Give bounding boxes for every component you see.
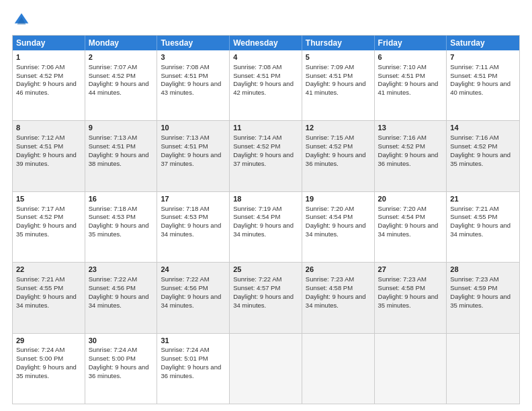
daylight-text: Daylight: 9 hours and 42 minutes.: [233, 80, 294, 96]
sunset-text: Sunset: 4:56 PM: [89, 284, 136, 291]
daylight-text: Daylight: 9 hours and 37 minutes.: [233, 151, 294, 167]
daylight-text: Daylight: 9 hours and 34 minutes.: [161, 293, 221, 309]
sunset-text: Sunset: 4:51 PM: [89, 142, 136, 150]
sunset-text: Sunset: 4:55 PM: [450, 213, 497, 220]
sunrise-text: Sunrise: 7:11 AM: [450, 63, 498, 71]
daylight-text: Daylight: 9 hours and 34 minutes.: [161, 222, 221, 238]
calendar-cell: 6Sunrise: 7:10 AMSunset: 4:51 PMDaylight…: [375, 50, 447, 120]
day-number: 12: [306, 123, 371, 133]
daylight-text: Daylight: 9 hours and 41 minutes.: [378, 80, 439, 96]
daylight-text: Daylight: 9 hours and 46 minutes.: [16, 80, 77, 96]
day-number: 6: [378, 52, 443, 62]
sunset-text: Sunset: 4:51 PM: [378, 72, 425, 79]
calendar-header: SundayMondayTuesdayWednesdayThursdayFrid…: [13, 36, 519, 50]
sunrise-text: Sunrise: 7:16 AM: [378, 134, 427, 141]
calendar-header-cell: Friday: [375, 36, 447, 50]
daylight-text: Daylight: 9 hours and 35 minutes.: [16, 222, 77, 238]
calendar-cell: 30Sunrise: 7:24 AMSunset: 5:00 PMDayligh…: [85, 334, 158, 404]
calendar-row: 29Sunrise: 7:24 AMSunset: 5:00 PMDayligh…: [13, 333, 519, 404]
calendar-cell: 24Sunrise: 7:22 AMSunset: 4:56 PMDayligh…: [157, 263, 230, 332]
sunrise-text: Sunrise: 7:24 AM: [89, 346, 137, 353]
calendar-header-cell: Saturday: [447, 36, 519, 50]
calendar-header-cell: Wednesday: [230, 36, 302, 50]
sunset-text: Sunset: 4:52 PM: [16, 213, 63, 220]
daylight-text: Daylight: 9 hours and 34 minutes.: [16, 293, 77, 309]
sunset-text: Sunset: 5:01 PM: [161, 355, 208, 362]
day-number: 28: [450, 265, 516, 275]
sunrise-text: Sunrise: 7:20 AM: [378, 205, 427, 212]
sunset-text: Sunset: 4:52 PM: [306, 142, 353, 150]
sunset-text: Sunset: 4:54 PM: [378, 213, 425, 220]
calendar-cell: 17Sunrise: 7:18 AMSunset: 4:53 PMDayligh…: [157, 192, 230, 262]
sunset-text: Sunset: 4:52 PM: [450, 142, 497, 150]
header: [12, 11, 520, 30]
day-number: 30: [89, 336, 154, 346]
sunset-text: Sunset: 4:52 PM: [378, 142, 425, 150]
calendar-cell: 23Sunrise: 7:22 AMSunset: 4:56 PMDayligh…: [85, 263, 158, 332]
day-number: 19: [306, 194, 371, 204]
sunrise-text: Sunrise: 7:08 AM: [233, 63, 281, 71]
sunset-text: Sunset: 4:51 PM: [161, 72, 208, 79]
sunrise-text: Sunrise: 7:20 AM: [306, 205, 354, 212]
calendar-cell: 31Sunrise: 7:24 AMSunset: 5:01 PMDayligh…: [157, 334, 230, 404]
logo-icon: [12, 11, 31, 30]
day-number: 4: [233, 52, 298, 62]
sunset-text: Sunset: 4:51 PM: [306, 72, 353, 79]
day-number: 27: [378, 265, 443, 275]
calendar-cell: 13Sunrise: 7:16 AMSunset: 4:52 PMDayligh…: [375, 121, 447, 191]
sunrise-text: Sunrise: 7:09 AM: [306, 63, 354, 71]
daylight-text: Daylight: 9 hours and 35 minutes.: [89, 222, 149, 238]
day-number: 22: [16, 265, 81, 275]
sunset-text: Sunset: 5:00 PM: [89, 355, 136, 362]
sunset-text: Sunset: 4:51 PM: [16, 142, 63, 150]
sunset-text: Sunset: 4:55 PM: [16, 284, 63, 291]
daylight-text: Daylight: 9 hours and 34 minutes.: [378, 222, 439, 238]
day-number: 8: [16, 123, 81, 133]
sunset-text: Sunset: 4:52 PM: [233, 142, 280, 150]
sunrise-text: Sunrise: 7:22 AM: [233, 275, 281, 283]
day-number: 26: [306, 265, 371, 275]
sunset-text: Sunset: 4:57 PM: [233, 284, 280, 291]
sunrise-text: Sunrise: 7:06 AM: [16, 63, 64, 71]
sunrise-text: Sunrise: 7:15 AM: [306, 134, 354, 141]
sunrise-text: Sunrise: 7:07 AM: [89, 63, 137, 71]
calendar-cell: 1Sunrise: 7:06 AMSunset: 4:52 PMDaylight…: [13, 50, 85, 120]
sunrise-text: Sunrise: 7:23 AM: [306, 275, 354, 283]
calendar-cell: 20Sunrise: 7:20 AMSunset: 4:54 PMDayligh…: [375, 192, 447, 262]
sunset-text: Sunset: 4:52 PM: [89, 72, 136, 79]
daylight-text: Daylight: 9 hours and 34 minutes.: [233, 222, 294, 238]
calendar-cell: 8Sunrise: 7:12 AMSunset: 4:51 PMDaylight…: [13, 121, 85, 191]
day-number: 18: [233, 194, 298, 204]
calendar-cell: 26Sunrise: 7:23 AMSunset: 4:58 PMDayligh…: [302, 263, 375, 332]
day-number: 1: [16, 52, 81, 62]
day-number: 11: [233, 123, 298, 133]
sunset-text: Sunset: 4:54 PM: [306, 213, 353, 220]
calendar-body: 1Sunrise: 7:06 AMSunset: 4:52 PMDaylight…: [13, 50, 519, 404]
daylight-text: Daylight: 9 hours and 39 minutes.: [16, 151, 77, 167]
calendar-cell: 5Sunrise: 7:09 AMSunset: 4:51 PMDaylight…: [302, 50, 375, 120]
daylight-text: Daylight: 9 hours and 34 minutes.: [450, 222, 511, 238]
sunset-text: Sunset: 5:00 PM: [16, 355, 63, 362]
calendar-cell: [447, 334, 519, 404]
sunrise-text: Sunrise: 7:17 AM: [16, 205, 64, 212]
day-number: 31: [161, 336, 226, 346]
calendar-header-cell: Sunday: [13, 36, 85, 50]
calendar-cell: 7Sunrise: 7:11 AMSunset: 4:51 PMDaylight…: [447, 50, 519, 120]
sunrise-text: Sunrise: 7:10 AM: [378, 63, 427, 71]
day-number: 16: [89, 194, 154, 204]
day-number: 24: [161, 265, 226, 275]
day-number: 2: [89, 52, 154, 62]
daylight-text: Daylight: 9 hours and 34 minutes.: [89, 293, 149, 309]
calendar-cell: 21Sunrise: 7:21 AMSunset: 4:55 PMDayligh…: [447, 192, 519, 262]
sunrise-text: Sunrise: 7:18 AM: [161, 205, 209, 212]
calendar-cell: 29Sunrise: 7:24 AMSunset: 5:00 PMDayligh…: [13, 334, 85, 404]
daylight-text: Daylight: 9 hours and 38 minutes.: [89, 151, 149, 167]
calendar-cell: 25Sunrise: 7:22 AMSunset: 4:57 PMDayligh…: [230, 263, 302, 332]
sunrise-text: Sunrise: 7:16 AM: [450, 134, 498, 141]
sunset-text: Sunset: 4:59 PM: [450, 284, 497, 291]
calendar-row: 1Sunrise: 7:06 AMSunset: 4:52 PMDaylight…: [13, 50, 519, 120]
calendar-cell: 10Sunrise: 7:13 AMSunset: 4:51 PMDayligh…: [157, 121, 230, 191]
sunrise-text: Sunrise: 7:22 AM: [161, 275, 209, 283]
calendar-cell: 27Sunrise: 7:23 AMSunset: 4:58 PMDayligh…: [375, 263, 447, 332]
sunrise-text: Sunrise: 7:21 AM: [16, 275, 64, 283]
